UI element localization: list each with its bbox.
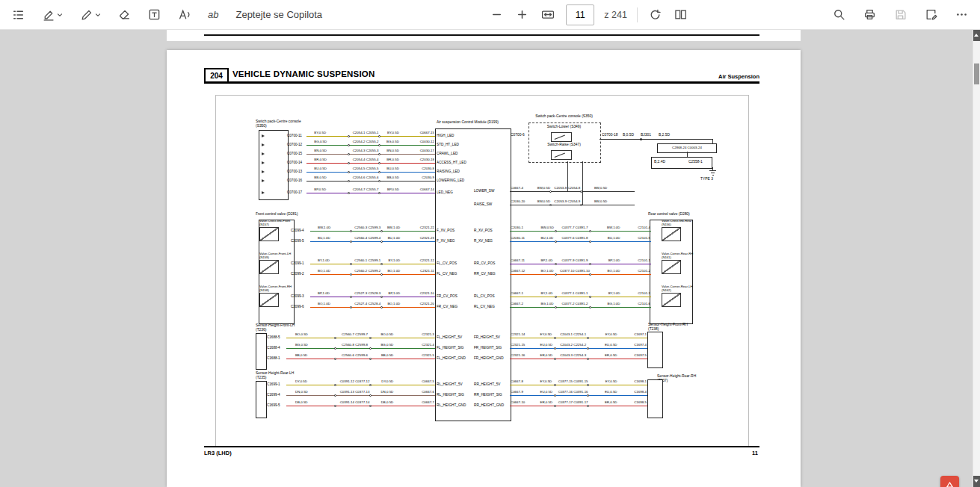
wire-code: BW,0.5D: [594, 187, 607, 190]
add-text-button[interactable]: [147, 7, 162, 22]
wire-code: BB,0.5D: [381, 354, 393, 358]
connector-dot: [554, 384, 556, 386]
connector-codes: C2053-8 C2054-8: [554, 187, 580, 190]
open-in-acrobat-button[interactable]: [940, 476, 959, 487]
connector-dot: [334, 394, 336, 397]
wire-code: DB,0.5D: [381, 401, 394, 405]
sensor-rear-lh-box: [256, 381, 267, 418]
read-aloud-button[interactable]: [176, 7, 192, 22]
connector-dot: [378, 135, 380, 137]
save-button[interactable]: [893, 7, 908, 22]
zoom-in-button[interactable]: [514, 7, 530, 22]
sensor-front-lh-rows: C1688-5 BO,0.5D C2560-7 C2599-7 BO,0.5D …: [267, 329, 472, 361]
pin-label: C1688-1: [267, 356, 286, 361]
wire-code: BU,0.5D: [314, 167, 327, 171]
valve-label: Valve-Corner-Front-LH (N159): [259, 252, 292, 259]
connector-dot: [587, 347, 589, 350]
wire: BN,0.5D C2054-3 C2055-3 BN,0.5D C0030-17: [306, 147, 435, 156]
wire: BG,0.5D C2560-8 C2599-8 BG,0.5D C2321-4: [286, 340, 435, 350]
wire-row: C2099-1 BY,1.0D C2560-1 C2599-1 BY,1.0D …: [291, 255, 472, 266]
connector-dot: [378, 162, 380, 164]
wire-row: C0700-14 BR,0.5D C2054-4 C2055-4 BR,0.5D…: [287, 156, 472, 165]
erase-button[interactable]: [117, 7, 132, 22]
page-title: VEHICLE DYNAMIC SUSPENSION: [232, 69, 375, 78]
pin-label: C2321-15: [511, 344, 525, 347]
end-pin-label: C2030-18: [420, 158, 434, 162]
switch-pack-left-box: [259, 130, 289, 200]
vertical-scrollbar[interactable]: [973, 30, 980, 487]
valve-label: Valve-Corner-Front-RH (N158): [259, 285, 292, 292]
wire-code: BO,1.0D: [318, 303, 330, 306]
connector-dot: [380, 263, 383, 265]
search-button[interactable]: [831, 7, 847, 22]
print-button[interactable]: [862, 7, 878, 22]
chevron-down-icon: [57, 12, 63, 18]
zoom-out-button[interactable]: [489, 7, 505, 22]
connector-dot: [334, 358, 336, 360]
eraser-icon: [118, 8, 131, 21]
wire-row: RL_CV_POS C0667-1 BY,1.0D C0377-1 C0391-…: [472, 288, 651, 299]
connector-codes: C2560-6 C2599-6: [342, 354, 368, 358]
page-view-button[interactable]: [673, 7, 688, 22]
valve-label: Valve-Cross link-Front (N157): [259, 220, 292, 226]
wire-code: BB,0.5D: [314, 176, 326, 180]
end-pin-label: C0667-15: [420, 131, 434, 135]
pin-label: C2558-1: [688, 160, 703, 164]
wire-row: C1688-5 BO,0.5D C2560-7 C2599-7 BO,0.5D …: [267, 329, 472, 340]
toc-button[interactable]: [10, 7, 26, 22]
connector-codes: C2527-4 C2528-4: [354, 303, 380, 306]
more-button[interactable]: [954, 7, 970, 22]
wire-code: BW,1.0D: [387, 226, 400, 230]
wire-row: RR_HEIGHT_5V C0667-8 EY,0.5D C0377-15 C0…: [472, 376, 647, 387]
wire-row: C0700-17 BP,0.5D C2054-7 C2055-7 BP,0.5D…: [287, 186, 472, 195]
pdf-viewport[interactable]: 204 VEHICLE DYNAMIC SUSPENSION Air Suspe…: [0, 30, 980, 487]
pin-label: C2099-5: [291, 239, 310, 244]
wire-code: BG,1.0D: [608, 303, 620, 306]
wire-code: BU,1.0D: [318, 237, 330, 241]
highlight-button[interactable]: [40, 7, 64, 22]
translate-button[interactable]: ab: [206, 7, 220, 22]
valve-coil-symbol: [662, 293, 681, 307]
rear-valve-label: Rear control valve (D280): [648, 212, 715, 217]
valve-item: Valve-Corner-Rear-RH (N161): [662, 252, 696, 274]
wire-row: C1699-5 DB,0.5D C0391-14 C0377-14 DB,0.5…: [267, 397, 472, 408]
wire-code: EU,0.5D: [605, 391, 617, 394]
wire-code: ER,0.5D: [540, 401, 552, 405]
fit-width-button[interactable]: [540, 7, 556, 22]
valve-item: Valve-Corner-Rear-LH (N162): [662, 285, 696, 307]
copilot-button[interactable]: Zeptejte se Copilota: [234, 7, 324, 22]
end-pin-label: C2101-2: [638, 270, 650, 273]
draw-button[interactable]: [78, 7, 102, 22]
printer-icon: [863, 8, 876, 21]
connector-dot: [348, 192, 350, 194]
wire: BB,0.5D C2560-6 C2599-6 BB,0.5D C2321-5: [286, 350, 435, 361]
connector-dot: [589, 306, 591, 308]
connector-dot: [348, 180, 350, 182]
wire-code: BW,0.5D: [541, 226, 554, 230]
scrollbar-thumb[interactable]: [974, 63, 979, 84]
connector-codes: C0377-9 C0391-9: [561, 259, 588, 263]
connector-dot: [369, 394, 372, 397]
wire: C0667-8 EY,0.5D C0377-15 C0391-15 EY,0.5…: [510, 376, 647, 387]
wire-row: C2099-2 BO,1.0D C2560-2 C2599-2 BO,1.0D …: [291, 266, 472, 276]
wire-code: EU,0.5D: [605, 344, 617, 347]
connector-codes: C0377-10 C0391-10: [560, 270, 590, 273]
read-aloud-icon: [178, 8, 191, 21]
valve-item: Valve-Cross link-Front (N157): [259, 220, 294, 241]
pin-label: C2099-6: [291, 305, 310, 309]
wire: C0667-1 BY,1.0D C0377-1 C0391-1 BY,1.0D …: [510, 288, 651, 299]
page-number-input[interactable]: [566, 4, 594, 25]
connector-dot: [587, 358, 589, 360]
connector-codes: C2560-7 C2599-7: [342, 333, 368, 337]
wire-code: BW,0.5D: [594, 200, 607, 204]
rotate-button[interactable]: [647, 7, 663, 22]
scroll-up-button[interactable]: [973, 30, 980, 41]
scroll-down-button[interactable]: [973, 476, 980, 487]
connector-codes: C2054-2 C2055-2: [353, 140, 379, 144]
splice-node: [640, 138, 642, 140]
wire-row: C2099-6 BO,1.0D C2527-4 C2528-4 BO,1.0D …: [291, 299, 472, 309]
save-as-button[interactable]: [923, 7, 939, 22]
connector-dot: [587, 384, 589, 386]
wire-code: ER,0.5D: [605, 401, 617, 405]
connector-dot: [369, 358, 372, 360]
